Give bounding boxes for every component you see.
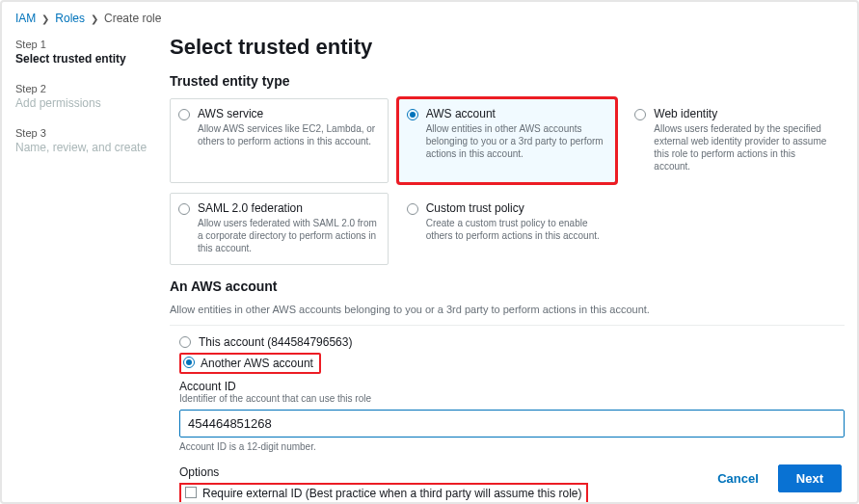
account-id-input[interactable] bbox=[179, 410, 845, 438]
chevron-right-icon: ❯ bbox=[41, 13, 49, 24]
radio-another-account-row: Another AWS account bbox=[170, 353, 845, 374]
radio-icon bbox=[178, 109, 190, 120]
wizard-steps: Step 1 Select trusted entity Step 2 Add … bbox=[15, 35, 150, 504]
divider bbox=[170, 325, 845, 326]
account-id-hint: Account ID is a 12-digit number. bbox=[179, 441, 845, 452]
breadcrumb-current: Create role bbox=[104, 12, 161, 25]
checkbox-external-id[interactable]: Require external ID (Best practice when … bbox=[179, 483, 588, 504]
step-3: Step 3 Name, review, and create bbox=[15, 127, 150, 154]
radio-another-account[interactable]: Another AWS account bbox=[179, 353, 321, 374]
radio-icon bbox=[407, 109, 418, 120]
radio-icon bbox=[183, 357, 195, 368]
cancel-button[interactable]: Cancel bbox=[708, 465, 768, 491]
chevron-right-icon: ❯ bbox=[91, 13, 98, 24]
radio-icon bbox=[179, 336, 191, 348]
radio-this-account[interactable]: This account (844584796563) bbox=[170, 335, 845, 349]
next-button[interactable]: Next bbox=[778, 464, 842, 492]
radio-icon bbox=[178, 203, 190, 215]
card-web-identity[interactable]: Web identity Allows users federated by t… bbox=[626, 98, 845, 183]
radio-icon bbox=[634, 109, 646, 120]
account-section-heading: An AWS account bbox=[170, 279, 845, 294]
breadcrumb-roles[interactable]: Roles bbox=[55, 12, 85, 25]
card-aws-service[interactable]: AWS service Allow AWS services like EC2,… bbox=[170, 98, 389, 183]
account-id-help: Identifier of the account that can use t… bbox=[179, 393, 845, 404]
step-2: Step 2 Add permissions bbox=[15, 83, 150, 110]
account-id-label: Account ID bbox=[179, 380, 845, 393]
entity-type-heading: Trusted entity type bbox=[170, 73, 845, 89]
card-custom-trust[interactable]: Custom trust policy Create a custom trus… bbox=[398, 193, 617, 265]
breadcrumb-iam[interactable]: IAM bbox=[15, 12, 36, 25]
breadcrumb: IAM ❯ Roles ❯ Create role bbox=[15, 12, 844, 25]
card-aws-account[interactable]: AWS account Allow entities in other AWS … bbox=[398, 98, 617, 183]
checkbox-icon bbox=[185, 487, 197, 498]
footer-actions: Cancel Next bbox=[708, 464, 842, 492]
page-title: Select trusted entity bbox=[170, 35, 845, 60]
radio-icon bbox=[407, 203, 418, 215]
card-saml[interactable]: SAML 2.0 federation Allow users federate… bbox=[170, 193, 389, 265]
account-section-sub: Allow entities in other AWS accounts bel… bbox=[170, 304, 845, 315]
step-1: Step 1 Select trusted entity bbox=[15, 39, 150, 66]
